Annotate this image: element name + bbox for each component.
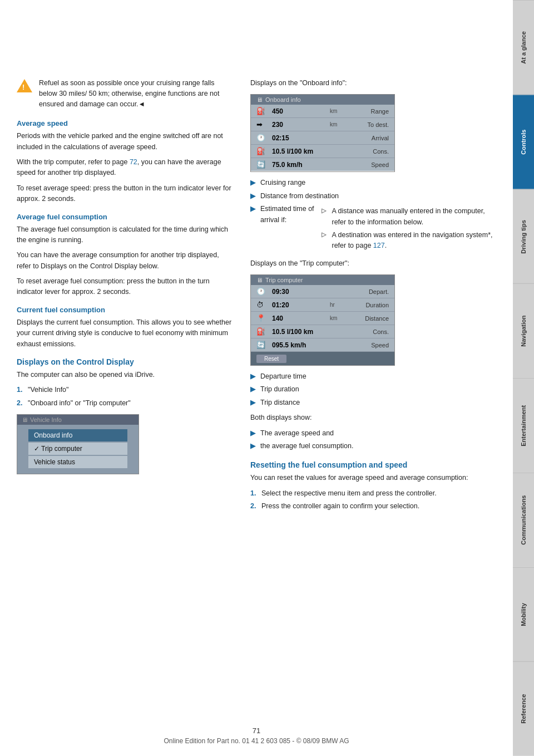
warning-text: Refuel as soon as possible once your cru… [39, 78, 234, 109]
tc-row-speed: 🔄 095.5 km/h Speed [251, 338, 394, 351]
ob-row-dest: ➡ 230 km To dest. [251, 118, 394, 131]
tc-body: 🕐 09:30 Depart. ⏱ 01:20 hr Duration 📍 14… [251, 285, 394, 365]
avg-fuel-text-2: You can have the average consumption for… [17, 250, 234, 272]
ob-row-cons: ⛽ 10.5 l/100 km Cons. [251, 145, 394, 158]
ob-row-speed: 🔄 75.0 km/h Speed [251, 158, 394, 171]
control-display-steps: 1. "Vehicle Info" 2. "Onboard info" or "… [17, 385, 234, 409]
vehicle-info-body: Onboard info ✓ Trip computer Vehicle sta… [17, 425, 139, 474]
ob-icon-cons: ⛽ [256, 147, 268, 155]
reset-text: You can reset the values for average spe… [250, 473, 496, 483]
both-show-label: Both displays show: [250, 413, 496, 423]
tc-monitor-icon: 🖥 [256, 277, 263, 283]
reset-step-1: 1. Select the respective menu item and p… [250, 488, 496, 499]
reset-step-2: 2. Press the controller again to confirm… [250, 501, 496, 512]
bullet-avg-speed: ▶ The average speed and [250, 428, 496, 439]
ob-body: ⛽ 450 km Range ➡ 230 km To dest. 🕐 02:15… [251, 105, 394, 171]
tc-title: 🖥 Trip computer [251, 275, 394, 285]
tc-row-depart: 🕐 09:30 Depart. [251, 285, 394, 298]
control-display-text: The computer can also be opened via iDri… [17, 370, 234, 380]
tc-reset-bar: Reset [251, 352, 394, 365]
ob-monitor-icon: 🖥 [256, 96, 263, 103]
page-footer: 71 Online Edition for Part no. 01 41 2 6… [0, 726, 513, 745]
link-127[interactable]: 127 [373, 242, 385, 249]
left-column: Refuel as soon as possible once your cru… [17, 78, 234, 516]
tc-row-duration: ⏱ 01:20 hr Duration [251, 298, 394, 311]
average-speed-text-3: To reset average speed: press the button… [17, 183, 234, 205]
onboard-sub-bullets: ▷ A distance was manually entered in the… [322, 206, 496, 254]
reset-steps: 1. Select the respective menu item and p… [250, 488, 496, 512]
onboard-info-screen: 🖥 Onboard info ⛽ 450 km Range ➡ 230 km T… [250, 94, 395, 172]
vi-item-status: Vehicle status [28, 456, 127, 468]
tc-icon-depart: 🕐 [256, 287, 268, 296]
vi-item-onboard: Onboard info [28, 429, 127, 441]
both-bullets: ▶ The average speed and ▶ the average fu… [250, 428, 496, 452]
ob-icon-arrival: 🕐 [256, 134, 268, 142]
trip-bullets: ▶ Departure time ▶ Trip duration ▶ Trip … [250, 371, 496, 408]
footer-text: Online Edition for Part no. 01 41 2 603 … [0, 737, 513, 745]
warning-icon [17, 79, 32, 92]
sub-bullet-distance: ▷ A distance was manually entered in the… [322, 206, 496, 228]
bullet-distance: ▶ Distance from destination [250, 191, 496, 202]
warning-box: Refuel as soon as possible once your cru… [17, 78, 234, 109]
main-content: Refuel as soon as possible once your cru… [0, 56, 513, 538]
section-heading-reset: Resetting the fuel consumption and speed [250, 460, 496, 469]
ob-icon-dest: ➡ [256, 120, 268, 129]
page-number: 71 [0, 726, 513, 735]
sidebar-tab-controls[interactable]: Controls [513, 95, 534, 189]
ob-row-range: ⛽ 450 km Range [251, 105, 394, 117]
vehicle-info-title: 🖥 Vehicle Info [17, 415, 139, 425]
section-heading-average-fuel: Average fuel consumption [17, 213, 234, 221]
onboard-info-label: Displays on the "Onboard info": [250, 78, 496, 89]
trip-computer-screen: 🖥 Trip computer 🕐 09:30 Depart. ⏱ 01:20 … [250, 274, 395, 366]
bullet-arrival: ▶ Estimated time of arrival if: ▷ A dist… [250, 204, 496, 254]
tc-row-cons: ⛽ 10.5 l/100 km Cons. [251, 325, 394, 338]
bullet-cruising: ▶ Cruising range [250, 178, 496, 188]
avg-fuel-text-1: The average fuel consumption is calculat… [17, 224, 234, 246]
section-heading-control-display: Displays on the Control Display [17, 357, 234, 366]
tc-icon-cons: ⛽ [256, 327, 268, 336]
ob-icon-range: ⛽ [256, 107, 268, 115]
ob-title: 🖥 Onboard info [251, 95, 394, 105]
avg-fuel-text-3: To reset average fuel consumption: press… [17, 276, 234, 298]
monitor-icon: 🖥 [22, 416, 28, 423]
section-heading-current-fuel: Current fuel consumption [17, 306, 234, 314]
trip-computer-label: Displays on the "Trip computer": [250, 258, 496, 269]
reset-button[interactable]: Reset [256, 355, 286, 363]
tc-icon-distance: 📍 [256, 314, 268, 322]
tc-icon-duration: ⏱ [256, 301, 268, 309]
sidebar-tab-reference[interactable]: Reference [513, 661, 534, 756]
step-1: 1. "Vehicle Info" [17, 385, 234, 395]
sidebar-tab-navigation[interactable]: Navigation [513, 283, 534, 378]
average-speed-text-2: With the trip computer, refer to page 72… [17, 157, 234, 179]
sidebar-tab-communications[interactable]: Communications [513, 473, 534, 567]
sub-bullet-navi: ▷ A destination was entered in the navig… [322, 230, 496, 252]
onboard-bullets: ▶ Cruising range ▶ Distance from destina… [250, 178, 496, 253]
tc-icon-speed: 🔄 [256, 341, 268, 349]
average-speed-text-1: Periods with the vehicle parked and the … [17, 131, 234, 153]
vehicle-info-screen: 🖥 Vehicle Info Onboard info ✓ Trip compu… [17, 414, 139, 474]
right-column: Displays on the "Onboard info": 🖥 Onboar… [245, 78, 496, 516]
step-2: 2. "Onboard info" or "Trip computer" [17, 398, 234, 409]
ob-icon-speed: 🔄 [256, 160, 268, 169]
bullet-avg-fuel: ▶ the average fuel consumption. [250, 441, 496, 451]
sidebar: At a glance Controls Driving tips Naviga… [513, 0, 534, 756]
bullet-departure: ▶ Departure time [250, 371, 496, 382]
sidebar-tab-at-a-glance[interactable]: At a glance [513, 0, 534, 95]
sidebar-tab-entertainment[interactable]: Entertainment [513, 378, 534, 473]
ob-row-arrival: 🕐 02:15 Arrival [251, 131, 394, 144]
bullet-trip-duration: ▶ Trip duration [250, 384, 496, 395]
vi-item-trip: ✓ Trip computer [28, 443, 127, 455]
bullet-trip-distance: ▶ Trip distance [250, 397, 496, 408]
link-72[interactable]: 72 [130, 158, 137, 166]
tc-row-distance: 📍 140 km Distance [251, 312, 394, 325]
sidebar-tab-driving-tips[interactable]: Driving tips [513, 189, 534, 284]
sidebar-tab-mobility[interactable]: Mobility [513, 567, 534, 662]
section-heading-average-speed: Average speed [17, 119, 234, 127]
current-fuel-text: Displays the current fuel consumption. T… [17, 317, 234, 350]
